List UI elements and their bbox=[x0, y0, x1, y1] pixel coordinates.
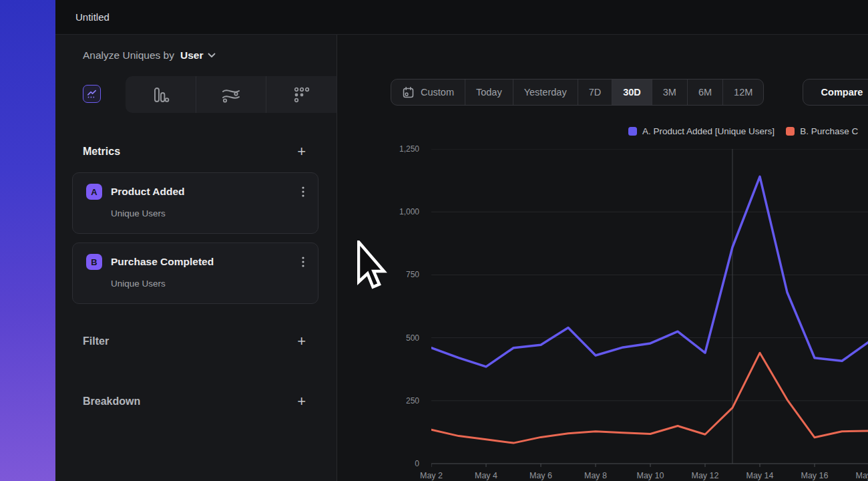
x-axis-label: May 2 bbox=[408, 470, 455, 481]
metric-card-b[interactable]: B Purchase Completed Unique Users bbox=[72, 243, 318, 304]
desktop-backdrop bbox=[0, 0, 55, 481]
range-12m[interactable]: 12M bbox=[722, 79, 763, 105]
x-axis-label: May 6 bbox=[517, 470, 564, 481]
range-30d[interactable]: 30D bbox=[612, 79, 652, 105]
x-axis-label: May 10 bbox=[627, 470, 674, 481]
tab-retention[interactable] bbox=[266, 76, 337, 113]
metric-card-a[interactable]: A Product Added Unique Users bbox=[72, 172, 318, 234]
range-today[interactable]: Today bbox=[465, 79, 513, 105]
report-type-tabstrip bbox=[126, 76, 337, 113]
analyze-entity-dropdown[interactable]: User bbox=[180, 49, 216, 61]
range-custom[interactable]: Custom bbox=[391, 79, 465, 105]
x-axis-label: May 18 bbox=[846, 470, 868, 481]
app-header: Untitled bbox=[55, 0, 868, 35]
metric-options-button[interactable] bbox=[299, 255, 307, 269]
document-title[interactable]: Untitled bbox=[75, 11, 110, 23]
legend-label: A. Product Added [Unique Users] bbox=[642, 126, 775, 136]
retention-grid-icon bbox=[293, 86, 310, 104]
add-metric-button[interactable]: + bbox=[296, 145, 307, 158]
legend-label: B. Purchase C bbox=[800, 126, 858, 136]
query-builder-sidebar: Analyze Uniques by User bbox=[55, 35, 337, 481]
chart-legend: A. Product Added [Unique Users]B. Purcha… bbox=[628, 126, 858, 136]
metrics-title: Metrics bbox=[83, 146, 120, 158]
range-label: 12M bbox=[734, 87, 752, 98]
range-label: 30D bbox=[623, 87, 641, 98]
tab-insights[interactable] bbox=[83, 85, 101, 103]
chart-panel: CustomTodayYesterday7D30D3M6M12M Compare… bbox=[337, 35, 868, 481]
breakdown-title: Breakdown bbox=[83, 395, 140, 408]
legend-item[interactable]: B. Purchase C bbox=[786, 126, 858, 136]
filter-section-header: Filter + bbox=[83, 331, 307, 351]
analyze-row: Analyze Uniques by User bbox=[55, 35, 337, 75]
range-label: Today bbox=[476, 87, 502, 98]
report-type-tabs bbox=[55, 75, 337, 114]
metric-aggregation[interactable]: Unique Users bbox=[111, 279, 307, 289]
date-range-control: CustomTodayYesterday7D30D3M6M12M bbox=[391, 79, 764, 106]
y-axis-label: 500 bbox=[397, 333, 419, 343]
breakdown-section-header: Breakdown + bbox=[83, 391, 307, 412]
series-line-a bbox=[431, 176, 868, 367]
chart-plot[interactable] bbox=[431, 149, 868, 470]
y-axis-label: 1,250 bbox=[397, 144, 419, 154]
metrics-section-header: Metrics + bbox=[83, 142, 307, 162]
range-label: Yesterday bbox=[524, 87, 567, 98]
y-axis-label: 250 bbox=[397, 395, 419, 406]
add-breakdown-button[interactable]: + bbox=[296, 395, 307, 408]
filter-title: Filter bbox=[83, 335, 109, 347]
compare-button[interactable]: Compare bbox=[803, 79, 868, 106]
metric-aggregation[interactable]: Unique Users bbox=[111, 208, 307, 218]
legend-swatch bbox=[628, 127, 637, 136]
metric-name: Purchase Completed bbox=[111, 256, 290, 268]
analyze-entity-value: User bbox=[180, 49, 203, 61]
tab-funnels[interactable] bbox=[126, 76, 196, 113]
range-label: 7D bbox=[589, 87, 602, 98]
x-axis-label: May 16 bbox=[791, 470, 838, 481]
range-label: Custom bbox=[421, 87, 454, 98]
y-axis-label: 750 bbox=[397, 269, 419, 280]
kebab-menu-icon bbox=[302, 257, 304, 267]
legend-item[interactable]: A. Product Added [Unique Users] bbox=[628, 126, 775, 136]
y-axis-label: 1,000 bbox=[397, 206, 419, 217]
tab-flows[interactable] bbox=[196, 76, 266, 113]
metric-name: Product Added bbox=[111, 186, 290, 198]
series-line-b bbox=[431, 353, 868, 443]
legend-swatch bbox=[786, 127, 795, 136]
range-7d[interactable]: 7D bbox=[578, 79, 612, 105]
metric-badge-b: B bbox=[86, 254, 102, 270]
range-6m[interactable]: 6M bbox=[687, 79, 722, 105]
kebab-menu-icon bbox=[302, 186, 304, 197]
bar-chart-icon bbox=[151, 86, 170, 104]
line-chart[interactable]: 02505007501,0001,250May 2May 4May 6May 8… bbox=[397, 149, 868, 481]
range-label: 3M bbox=[663, 87, 676, 98]
x-axis-label: May 8 bbox=[572, 470, 619, 481]
x-axis-label: May 4 bbox=[463, 470, 509, 481]
add-filter-button[interactable]: + bbox=[296, 335, 307, 348]
calendar-icon bbox=[402, 86, 415, 99]
metric-badge-a: A bbox=[86, 184, 102, 200]
x-axis-label: May 12 bbox=[682, 470, 728, 481]
analyze-label: Analyze Uniques by bbox=[83, 49, 174, 61]
range-label: 6M bbox=[698, 87, 712, 98]
x-axis-label: May 14 bbox=[736, 470, 783, 481]
y-axis-label: 0 bbox=[397, 458, 419, 469]
metric-options-button[interactable] bbox=[299, 185, 307, 198]
line-chart-icon bbox=[86, 88, 97, 100]
flows-icon bbox=[221, 86, 241, 104]
range-3m[interactable]: 3M bbox=[652, 79, 687, 105]
chevron-down-icon bbox=[208, 53, 216, 58]
range-yesterday[interactable]: Yesterday bbox=[513, 79, 578, 105]
